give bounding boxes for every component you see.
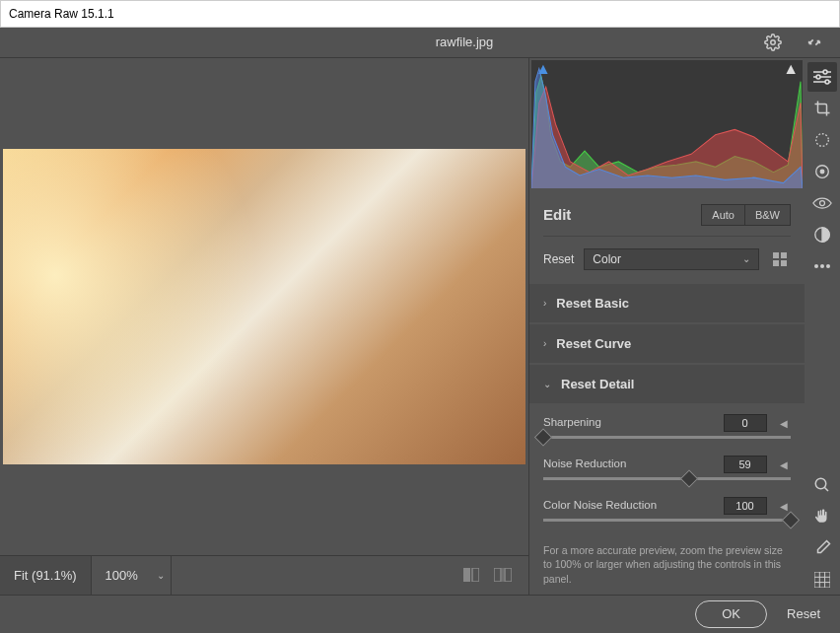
svg-rect-6 (773, 252, 779, 258)
zoom-value: 100% (92, 556, 152, 595)
fit-button[interactable]: Fit (91.1%) (0, 556, 92, 595)
chevron-right-icon: › (543, 338, 546, 349)
healing-icon[interactable] (807, 125, 837, 155)
svg-point-15 (825, 80, 829, 84)
noise-input[interactable] (724, 456, 767, 473)
hint-text: For a more accurate preview, zoom the pr… (543, 537, 791, 587)
noise-label: Noise Reduction (543, 457, 626, 469)
bw-button[interactable]: B&W (745, 204, 791, 226)
svg-rect-7 (781, 252, 787, 258)
svg-point-24 (815, 478, 826, 489)
svg-point-21 (814, 264, 818, 268)
slider-color-noise: Color Noise Reduction ◀ (543, 496, 791, 522)
compare-icon[interactable] (489, 561, 517, 589)
more-icon[interactable] (807, 251, 837, 281)
profile-grid-icon[interactable] (769, 248, 791, 270)
color-noise-input[interactable] (724, 497, 767, 515)
section-basic-label: Reset Basic (556, 296, 629, 311)
top-bar: rawfile.jpg (0, 28, 840, 58)
color-sampler-icon[interactable] (807, 533, 837, 563)
svg-rect-3 (494, 568, 501, 582)
tool-strip (805, 58, 840, 595)
filename-label: rawfile.jpg (170, 35, 759, 49)
svg-point-11 (823, 70, 827, 74)
svg-rect-26 (814, 572, 830, 588)
svg-rect-2 (472, 568, 479, 582)
gear-icon[interactable] (759, 29, 787, 56)
svg-rect-4 (505, 568, 512, 582)
chevron-right-icon: › (543, 298, 546, 309)
zoom-dropdown[interactable]: ⌄ (152, 556, 172, 595)
hand-icon[interactable] (807, 502, 837, 531)
footer: OK Reset (0, 595, 840, 633)
section-detail-label: Reset Detail (561, 377, 634, 391)
edit-title: Edit (543, 206, 701, 223)
auto-button[interactable]: Auto (701, 204, 745, 226)
histogram[interactable]: ▲ ▲ (531, 60, 803, 188)
reset-button[interactable]: Reset (787, 606, 820, 621)
preview-image (3, 149, 525, 464)
mask-icon[interactable] (807, 157, 837, 186)
ok-button[interactable]: OK (695, 600, 767, 628)
color-noise-slider[interactable] (543, 519, 791, 522)
sharpening-input[interactable] (724, 414, 767, 432)
snapshot-icon[interactable] (807, 220, 837, 249)
chevron-down-icon: ⌄ (742, 253, 750, 264)
color-noise-reset-icon[interactable]: ◀ (777, 501, 791, 512)
sharpening-slider[interactable] (543, 436, 791, 439)
fullscreen-icon[interactable] (801, 29, 828, 56)
preview-viewport[interactable] (0, 58, 528, 555)
edit-sliders-icon[interactable] (807, 62, 837, 92)
svg-rect-1 (463, 568, 470, 582)
section-detail[interactable]: ⌄ Reset Detail (529, 365, 805, 403)
sharpening-label: Sharpening (543, 416, 601, 428)
svg-point-23 (826, 264, 830, 268)
crop-icon[interactable] (807, 94, 837, 123)
svg-point-13 (816, 75, 820, 79)
svg-point-22 (820, 264, 824, 268)
svg-point-19 (820, 200, 825, 205)
svg-point-0 (771, 40, 776, 45)
zoom-icon[interactable] (807, 470, 837, 500)
highlight-clip-icon[interactable]: ▲ (783, 60, 799, 78)
window-titlebar: Camera Raw 15.1.1 (0, 0, 840, 28)
shadow-clip-icon[interactable]: ▲ (535, 60, 551, 78)
before-after-split-icon[interactable] (457, 561, 485, 589)
profile-dropdown-value: Color (593, 252, 621, 266)
svg-point-16 (816, 133, 829, 146)
section-curve[interactable]: › Reset Curve (529, 324, 805, 363)
noise-reset-icon[interactable]: ◀ (777, 459, 791, 470)
section-basic[interactable]: › Reset Basic (529, 284, 805, 322)
window-title: Camera Raw 15.1.1 (9, 7, 114, 21)
profile-dropdown[interactable]: Color ⌄ (584, 248, 759, 270)
sharpening-reset-icon[interactable]: ◀ (777, 418, 791, 429)
noise-slider[interactable] (543, 477, 791, 480)
redeye-icon[interactable] (807, 188, 837, 218)
svg-line-25 (824, 487, 828, 491)
slider-sharpening: Sharpening ◀ (543, 413, 791, 439)
svg-rect-9 (781, 260, 787, 266)
section-curve-label: Reset Curve (556, 336, 631, 351)
svg-rect-8 (773, 260, 779, 266)
svg-point-18 (820, 170, 824, 174)
slider-noise-reduction: Noise Reduction ◀ (543, 455, 791, 480)
grid-icon[interactable] (807, 565, 837, 595)
chevron-down-icon: ⌄ (543, 379, 551, 389)
reset-label: Reset (543, 252, 574, 266)
color-noise-label: Color Noise Reduction (543, 499, 657, 511)
